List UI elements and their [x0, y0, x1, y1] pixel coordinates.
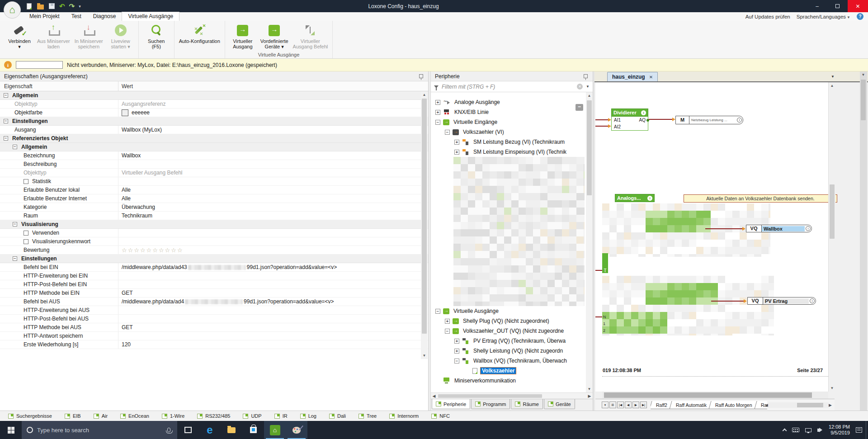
- suchen-button[interactable]: Suchen (F5): [141, 22, 172, 52]
- collapse-all-button[interactable]: −: [576, 104, 583, 111]
- input-ai2[interactable]: AI2: [614, 123, 621, 130]
- scroll-left-icon[interactable]: ◀: [431, 394, 437, 398]
- pin-icon[interactable]: [419, 74, 423, 78]
- quickbar-more-button[interactable]: ▾: [79, 4, 81, 9]
- property-row[interactable]: ObjekttypVirtueller Ausgang Befehl: [0, 169, 428, 177]
- mic-icon[interactable]: [167, 428, 170, 432]
- menu-tab-diagnose[interactable]: Diagnose: [87, 12, 122, 21]
- volume-icon[interactable]: [817, 429, 820, 432]
- collapse-expander-icon[interactable]: −: [13, 222, 17, 227]
- bottom-tab-ir[interactable]: IR: [268, 411, 294, 421]
- info-icon[interactable]: [806, 226, 811, 231]
- property-row[interactable]: Statistik: [0, 177, 428, 186]
- tree-expander-icon[interactable]: −: [435, 309, 440, 314]
- bottom-tab-enocean[interactable]: EnOcean: [114, 411, 156, 421]
- column-eigenschaft[interactable]: Eigenschaft: [0, 81, 118, 91]
- start-button[interactable]: [0, 421, 22, 439]
- checkbox[interactable]: [24, 239, 28, 244]
- bottom-tab-1-wire[interactable]: 1-Wire: [156, 411, 191, 421]
- tree-expander-icon[interactable]: −: [454, 359, 459, 363]
- scroll-up-icon[interactable]: ▲: [421, 91, 428, 98]
- info-icon[interactable]: [737, 118, 742, 123]
- property-row[interactable]: RaumTechnikraum: [0, 212, 428, 220]
- property-row[interactable]: Befehl bei EIN/middleware.php/data/ad439…: [0, 263, 428, 272]
- keyboard-icon[interactable]: [792, 428, 799, 432]
- scrollbar-thumb[interactable]: [797, 403, 823, 407]
- verbinden-button[interactable]: Verbinden ▾: [4, 22, 35, 52]
- show-desktop-button[interactable]: [866, 421, 868, 439]
- bottom-tab-dali[interactable]: Dali: [323, 411, 352, 421]
- last-page-icon[interactable]: ▶|: [640, 401, 647, 408]
- tree-item-sm-leistung-bezug-vi-technikraum[interactable]: +SM Leistung Bezug (VI) (Technikraum: [431, 137, 593, 147]
- property-value[interactable]: [118, 306, 428, 314]
- tree-expander-icon[interactable]: −: [445, 329, 450, 334]
- menu-tab-mein-projekt[interactable]: Mein Projekt: [24, 12, 66, 21]
- tree-expander-icon[interactable]: +: [454, 349, 459, 354]
- menu-tab-test[interactable]: Test: [66, 12, 87, 21]
- loxone-config-taskbar-button[interactable]: ⌂: [264, 421, 286, 439]
- sheet-tab-raff-auto-morgen[interactable]: Raff Auto Morgen: [708, 401, 759, 409]
- taskbar-search[interactable]: Type here to search: [22, 421, 177, 439]
- tree-expander-icon[interactable]: +: [445, 319, 450, 324]
- scroll-down-icon[interactable]: ▼: [586, 386, 593, 392]
- tree-expander-icon[interactable]: +: [435, 100, 440, 105]
- info-icon[interactable]: [641, 110, 646, 115]
- property-row[interactable]: Verwenden: [0, 229, 428, 237]
- property-row[interactable]: HTTP Methode bei AUSGET: [0, 323, 428, 332]
- filter-box[interactable]: Filtern mit (STRG + F) ✕ ▼: [431, 81, 593, 92]
- clear-filter-icon[interactable]: ✕: [577, 84, 583, 90]
- property-value[interactable]: Alle: [118, 194, 428, 203]
- property-row[interactable]: HTTP-Erweiterung bei AUS: [0, 306, 428, 315]
- file-explorer-button[interactable]: [221, 421, 242, 439]
- paint-taskbar-button[interactable]: [286, 421, 307, 439]
- scrollbar-thumb[interactable]: [604, 392, 812, 398]
- tree-expander-icon[interactable]: +: [435, 110, 440, 115]
- collapse-expander-icon[interactable]: −: [4, 93, 8, 98]
- checkbox[interactable]: [24, 179, 28, 184]
- property-row[interactable]: Erlaubte Benutzer InternetAlle: [0, 194, 428, 203]
- canvas-horizontal-scrollbar[interactable]: [602, 392, 828, 399]
- first-page-icon[interactable]: |◀: [617, 401, 624, 408]
- property-row[interactable]: Bewertung☆☆☆☆☆☆☆☆☆☆: [0, 246, 428, 255]
- property-row[interactable]: HTTP Methode bei EINGET: [0, 289, 428, 297]
- tree-scrollbar[interactable]: ▲ ▼: [586, 92, 593, 392]
- column-wert[interactable]: Wert: [118, 81, 428, 91]
- sheet-scrollbar[interactable]: ◀ ▶: [765, 401, 832, 409]
- property-value[interactable]: /middleware.php/data/ad4399d1.json?opera…: [118, 263, 428, 271]
- tree-item-pv-ertrag-vq-technikraum-berwa[interactable]: +PV Ertrag (VQ) (Technikraum, Überwa: [431, 336, 593, 346]
- tab-list-dropdown-icon[interactable]: ▼: [831, 75, 835, 79]
- scroll-up-icon[interactable]: ▲: [829, 82, 835, 89]
- network-icon[interactable]: [805, 428, 811, 432]
- property-row[interactable]: Erste Wiederholung [s]120: [0, 340, 428, 349]
- vq-pv-ertrag-block[interactable]: VQ PV Ertrag: [747, 297, 816, 305]
- dropdown-icon[interactable]: ▾: [602, 401, 609, 408]
- bottom-tab-air[interactable]: Air: [87, 411, 114, 421]
- new-sheet-icon[interactable]: ⊞: [609, 401, 616, 408]
- property-row[interactable]: HTTP-Antwort speichern: [0, 332, 428, 340]
- property-group-row[interactable]: −Visualisierung: [0, 220, 428, 229]
- checkbox[interactable]: [24, 231, 28, 236]
- chevron-down-icon[interactable]: ▼: [860, 71, 867, 78]
- virtueller-button[interactable]: Virtueller Ausgang: [227, 22, 258, 52]
- property-value[interactable]: [118, 177, 428, 185]
- redo-button[interactable]: ↷: [69, 2, 75, 10]
- property-row[interactable]: HTTP-Erweiterung bei EIN: [0, 272, 428, 280]
- status-input[interactable]: [16, 61, 63, 69]
- tree-item-virtuelle-eing-nge[interactable]: −Virtuelle Eingänge: [431, 117, 593, 127]
- property-group-row[interactable]: −Referenziertes Objekt: [0, 134, 428, 143]
- property-value[interactable]: ☆☆☆☆☆☆☆☆☆☆: [118, 246, 428, 254]
- property-value[interactable]: [118, 315, 428, 323]
- property-value[interactable]: [118, 237, 428, 245]
- bottom-tab-internorm[interactable]: Internorm: [383, 411, 425, 421]
- tab-r-ume[interactable]: Räume: [511, 399, 542, 409]
- tree-item-virtuelle-ausg-nge[interactable]: −Virtuelle Ausgänge: [431, 306, 593, 316]
- property-value[interactable]: Alle: [118, 186, 428, 194]
- output-aq[interactable]: AQ: [639, 117, 646, 123]
- close-button[interactable]: ✕: [848, 0, 868, 12]
- color-swatch[interactable]: [122, 109, 128, 116]
- languages-menu[interactable]: Sprachen/Languages▼: [797, 14, 850, 19]
- close-icon[interactable]: ✕: [649, 75, 653, 80]
- property-value[interactable]: [118, 332, 428, 340]
- tree-expander-icon[interactable]: +: [454, 150, 459, 155]
- properties-scrollbar[interactable]: ▲ ▼: [421, 91, 428, 359]
